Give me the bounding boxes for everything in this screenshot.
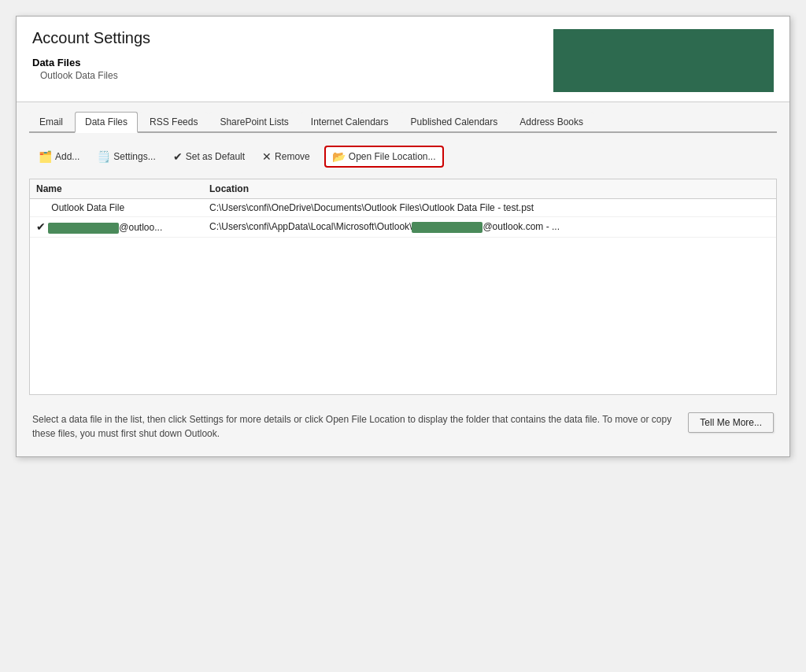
- header-left: Account Settings Data Files Outlook Data…: [32, 29, 530, 81]
- table-row[interactable]: ✔ @outloo... C:\Users\confi\AppData\Loca…: [30, 217, 776, 238]
- col-name-header: Name: [30, 179, 203, 199]
- add-icon: 🗂️: [39, 150, 52, 163]
- empty-table-space: [30, 237, 776, 394]
- settings-button[interactable]: 🗒️ Settings...: [94, 149, 158, 164]
- header-section: Account Settings Data Files Outlook Data…: [17, 17, 789, 102]
- row2-name-redacted: [48, 223, 119, 234]
- main-panel: Email Data Files RSS Feeds SharePoint Li…: [17, 102, 789, 456]
- row1-location: C:\Users\confi\OneDrive\Documents\Outloo…: [203, 199, 776, 217]
- row2-name-suffix: @outloo...: [119, 222, 162, 233]
- open-file-location-button[interactable]: 📂 Open File Location...: [324, 146, 444, 168]
- tell-me-more-button[interactable]: Tell Me More...: [688, 412, 774, 433]
- account-settings-window: Account Settings Data Files Outlook Data…: [16, 16, 790, 457]
- row2-checkmark: ✔: [36, 220, 46, 233]
- row2-location-redacted: [412, 222, 482, 233]
- add-label: Add...: [55, 151, 79, 162]
- nav-data-files-bold: Data Files: [32, 57, 530, 68]
- footer-section: Select a data file in the list, then cli…: [29, 404, 777, 444]
- settings-icon: 🗒️: [97, 150, 110, 163]
- remove-icon: ✕: [262, 150, 272, 163]
- header-decoration: [553, 29, 774, 92]
- folder-icon: 📂: [332, 150, 346, 163]
- window-title: Account Settings: [32, 29, 530, 47]
- toolbar: 🗂️ Add... 🗒️ Settings... ✔ Set as Defaul…: [29, 141, 777, 172]
- add-button[interactable]: 🗂️ Add...: [35, 149, 83, 164]
- tab-address-books[interactable]: Address Books: [509, 112, 593, 131]
- remove-button[interactable]: ✕ Remove: [259, 149, 313, 164]
- table-row[interactable]: Outlook Data File C:\Users\confi\OneDriv…: [30, 199, 776, 217]
- tab-data-files[interactable]: Data Files: [75, 112, 138, 133]
- settings-label: Settings...: [113, 151, 155, 162]
- set-default-icon: ✔: [173, 150, 183, 163]
- tabs-row: Email Data Files RSS Feeds SharePoint Li…: [29, 112, 777, 133]
- nav-data-files-sub: Outlook Data Files: [32, 70, 530, 81]
- data-table-wrapper: Name Location Outlook Data File C:\Users…: [29, 179, 777, 395]
- remove-label: Remove: [275, 151, 310, 162]
- row1-name: Outlook Data File: [30, 199, 203, 217]
- tab-email[interactable]: Email: [29, 112, 73, 131]
- open-location-label: Open File Location...: [349, 151, 436, 162]
- col-location-header: Location: [203, 179, 776, 199]
- tab-internet-calendars[interactable]: Internet Calendars: [301, 112, 399, 131]
- tab-sharepoint-lists[interactable]: SharePoint Lists: [209, 112, 298, 131]
- row2-name: ✔ @outloo...: [30, 217, 203, 238]
- data-files-table: Name Location Outlook Data File C:\Users…: [30, 179, 776, 394]
- set-default-label: Set as Default: [186, 151, 245, 162]
- tab-published-calendars[interactable]: Published Calendars: [401, 112, 508, 131]
- tab-rss-feeds[interactable]: RSS Feeds: [139, 112, 208, 131]
- row2-location: C:\Users\confi\AppData\Local\Microsoft\O…: [203, 217, 776, 238]
- set-default-button[interactable]: ✔ Set as Default: [170, 149, 248, 164]
- footer-text: Select a data file in the list, then cli…: [32, 412, 672, 441]
